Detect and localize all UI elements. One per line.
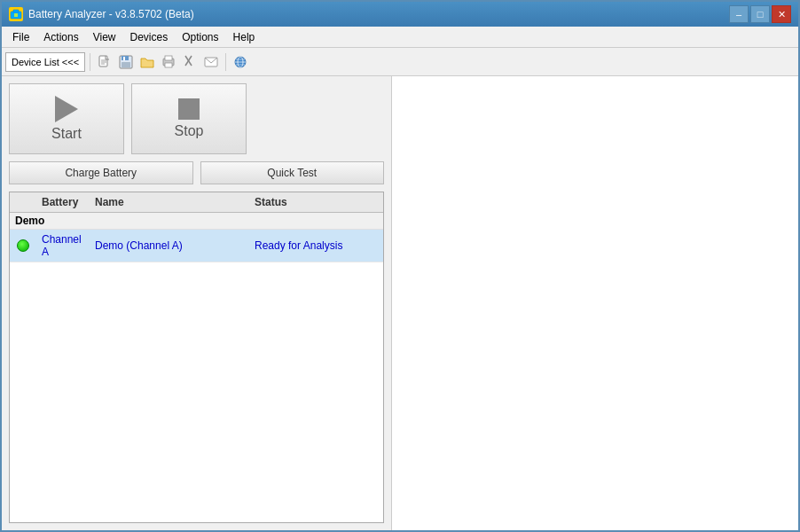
- window-title: Battery Analyzer - v3.8.5702 (Beta): [28, 8, 194, 20]
- table-group-demo: Demo: [10, 213, 383, 230]
- menubar: File Actions View Devices Options Help: [2, 27, 798, 48]
- row-name: Demo (Channel A): [90, 238, 249, 254]
- toolbar-save-button[interactable]: [116, 52, 136, 72]
- device-table: Battery Name Status Demo Channel A Demo …: [9, 192, 384, 523]
- toolbar-new-button[interactable]: [95, 52, 114, 72]
- svg-rect-1: [13, 10, 19, 12]
- device-list-button[interactable]: Device List <<<: [5, 52, 85, 72]
- row-status: Ready for Analysis: [249, 238, 383, 254]
- action-buttons-row: Charge Battery Quick Test: [2, 161, 391, 192]
- table-row[interactable]: Channel A Demo (Channel A) Ready for Ana…: [10, 230, 383, 262]
- start-button[interactable]: Start: [9, 83, 124, 154]
- toolbar: Device List <<<: [2, 48, 798, 76]
- stop-icon: [178, 98, 200, 120]
- toolbar-open-button[interactable]: [137, 52, 157, 72]
- toolbar-web-button[interactable]: [231, 52, 250, 72]
- titlebar-controls: – □ ✕: [729, 5, 791, 23]
- menu-devices[interactable]: Devices: [123, 29, 176, 45]
- menu-actions[interactable]: Actions: [36, 29, 85, 45]
- menu-file[interactable]: File: [5, 29, 36, 45]
- minimize-button[interactable]: –: [729, 5, 749, 23]
- row-indicator: [10, 238, 36, 254]
- th-indicator: [10, 194, 36, 210]
- titlebar: Battery Analyzer - v3.8.5702 (Beta) – □ …: [2, 2, 798, 27]
- menu-options[interactable]: Options: [175, 29, 225, 45]
- maximize-button[interactable]: □: [750, 5, 770, 23]
- app-icon: [9, 7, 23, 21]
- th-battery: Battery: [36, 194, 90, 210]
- th-name: Name: [90, 194, 249, 210]
- right-panel: [392, 76, 798, 530]
- toolbar-cut-button[interactable]: [180, 52, 200, 72]
- table-header: Battery Name Status: [10, 192, 383, 213]
- svg-rect-2: [14, 13, 18, 17]
- status-indicator-green: [17, 239, 29, 252]
- th-status: Status: [249, 194, 383, 210]
- stop-button[interactable]: Stop: [131, 83, 247, 154]
- menu-help[interactable]: Help: [226, 29, 263, 45]
- toolbar-email-button[interactable]: [201, 52, 221, 72]
- toolbar-print-button[interactable]: [159, 52, 178, 72]
- svg-rect-13: [165, 63, 172, 67]
- start-label: Start: [51, 126, 82, 142]
- main-buttons-row: Start Stop: [2, 76, 391, 161]
- svg-rect-3: [99, 56, 107, 66]
- svg-rect-10: [122, 62, 130, 67]
- main-window: Battery Analyzer - v3.8.5702 (Beta) – □ …: [0, 0, 800, 532]
- row-battery: Channel A: [36, 231, 90, 260]
- svg-rect-9: [123, 57, 125, 60]
- play-icon: [55, 96, 78, 122]
- toolbar-separator-1: [90, 53, 90, 71]
- svg-rect-12: [165, 56, 172, 60]
- stop-label: Stop: [175, 123, 204, 139]
- quick-test-button[interactable]: Quick Test: [200, 161, 385, 184]
- charge-battery-button[interactable]: Charge Battery: [9, 161, 193, 184]
- main-content: Start Stop Charge Battery Quick Test Bat…: [2, 76, 798, 530]
- left-panel: Start Stop Charge Battery Quick Test Bat…: [2, 76, 392, 530]
- close-button[interactable]: ✕: [772, 5, 791, 23]
- toolbar-separator-2: [225, 53, 226, 71]
- titlebar-left: Battery Analyzer - v3.8.5702 (Beta): [9, 7, 194, 21]
- menu-view[interactable]: View: [86, 29, 123, 45]
